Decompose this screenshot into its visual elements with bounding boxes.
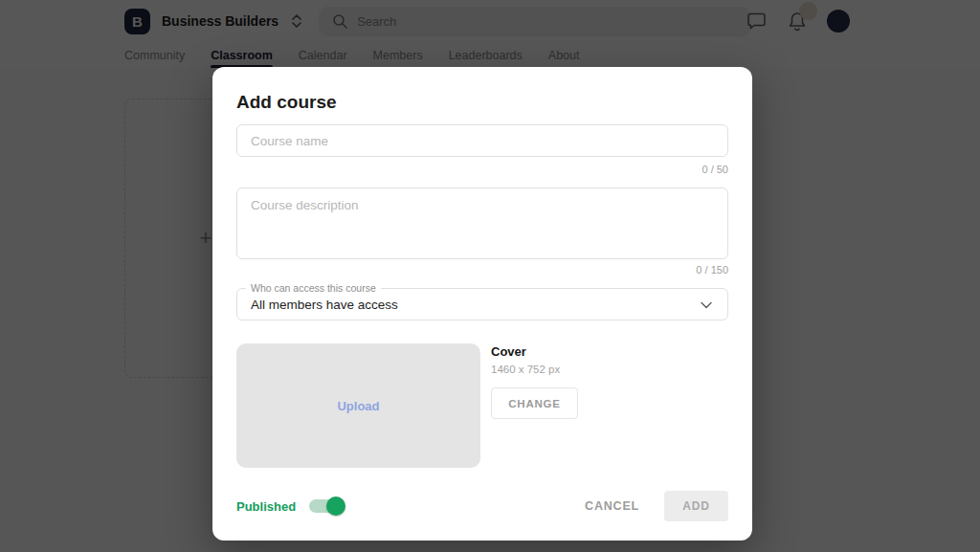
access-select-label: Who can access this course [246, 282, 381, 294]
chevron-down-icon [701, 301, 712, 309]
change-cover-button[interactable]: CHANGE [491, 387, 578, 419]
course-name-counter: 0 / 50 [236, 165, 728, 174]
modal-title: Add course [236, 92, 728, 113]
course-description-input[interactable] [236, 188, 728, 259]
cover-dimensions: 1460 x 752 px [491, 364, 578, 375]
cover-section: Upload Cover 1460 x 752 px CHANGE [236, 343, 728, 468]
cover-title: Cover [491, 344, 578, 359]
published-toggle[interactable] [309, 497, 345, 516]
add-button[interactable]: ADD [664, 491, 728, 521]
app-background: B Business Builders Community Classroom … [0, 0, 980, 552]
cover-upload-dropzone[interactable]: Upload [236, 343, 480, 468]
modal-footer: Published CANCEL ADD [236, 491, 728, 521]
upload-label: Upload [337, 399, 379, 413]
course-description-counter: 0 / 150 [236, 265, 728, 275]
course-name-input[interactable] [236, 124, 728, 157]
cover-meta: Cover 1460 x 752 px CHANGE [491, 343, 578, 468]
access-select[interactable]: Who can access this course All members h… [236, 288, 728, 320]
access-select-value: All members have access [251, 298, 398, 312]
published-label: Published [236, 499, 296, 514]
cancel-button[interactable]: CANCEL [585, 499, 639, 513]
add-course-modal: Add course 0 / 50 0 / 150 Who can access… [212, 67, 752, 541]
toggle-thumb [326, 497, 345, 516]
